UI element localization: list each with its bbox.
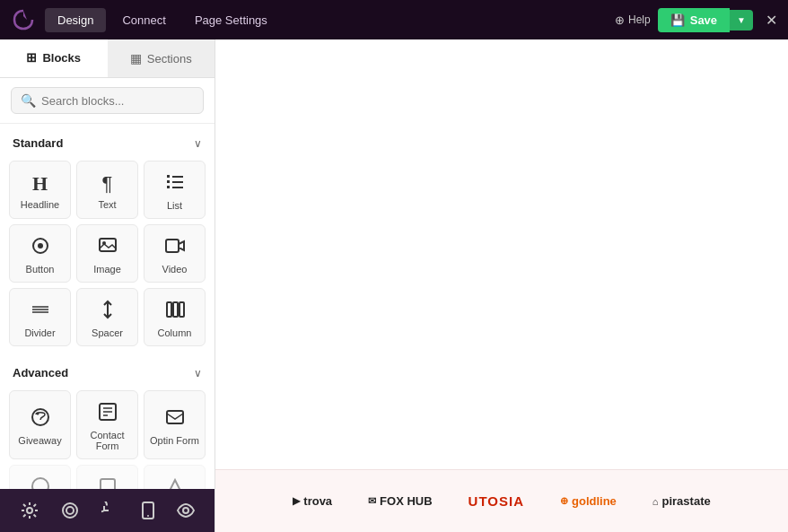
svg-rect-5	[167, 186, 170, 188]
svg-point-19	[36, 413, 39, 415]
blocks-scroll-area: Standard ∨ H Headline ¶ Text	[0, 124, 215, 489]
block-item-video[interactable]: Video	[144, 224, 206, 283]
nav-tab-page-settings[interactable]: Page Settings	[182, 8, 280, 32]
svg-point-18	[32, 409, 48, 425]
help-button[interactable]: ⊕ Help	[615, 13, 651, 27]
divider-label: Divider	[24, 327, 55, 338]
brand-goldline: ⊕ goldline	[560, 494, 617, 508]
foxhub-icon: ✉	[368, 495, 376, 507]
block-item-column[interactable]: Column	[144, 288, 206, 346]
save-button-group: 💾 Save ▼	[658, 8, 753, 32]
save-button[interactable]: 💾 Save	[658, 8, 730, 32]
settings-tool[interactable]	[13, 496, 46, 525]
image-icon	[98, 236, 118, 258]
search-input[interactable]	[41, 94, 194, 108]
list-label: List	[167, 200, 182, 211]
block-item-contact-form[interactable]: Contact Form	[76, 390, 138, 459]
standard-chevron-icon: ∨	[194, 137, 202, 150]
layers-tool[interactable]	[54, 496, 86, 525]
block-item-optin-form[interactable]: Optin Form	[144, 390, 206, 459]
nav-tab-connect[interactable]: Connect	[109, 8, 178, 32]
foxhub-text: FOX HUB	[380, 494, 433, 508]
svg-rect-17	[179, 302, 184, 317]
block-item-button[interactable]: Button	[9, 224, 71, 283]
sidebar: ⊞ Blocks ▦ Sections 🔍 Standard ∨	[0, 39, 215, 532]
contact-form-icon	[98, 402, 118, 424]
block-item-extra-3[interactable]	[144, 465, 206, 489]
svg-rect-24	[167, 411, 183, 423]
help-icon: ⊕	[615, 13, 625, 27]
contact-form-label: Contact Form	[83, 430, 132, 451]
svg-point-28	[63, 503, 77, 518]
advanced-block-grid: Giveaway Contact Form Optin Form	[0, 387, 215, 489]
extra3-icon	[165, 476, 185, 489]
tab-sections[interactable]: ▦ Sections	[108, 39, 215, 77]
brand-utosia: UTOSIA	[468, 493, 524, 509]
text-label: Text	[98, 199, 116, 210]
svg-point-27	[27, 508, 32, 513]
image-label: Image	[93, 264, 121, 275]
help-label: Help	[628, 13, 651, 26]
button-label: Button	[26, 264, 55, 275]
column-label: Column	[158, 327, 192, 338]
svg-point-31	[147, 515, 149, 517]
advanced-section-title: Advanced	[13, 366, 68, 379]
trova-text: trova	[303, 494, 332, 508]
history-tool[interactable]	[94, 496, 127, 525]
optin-form-label: Optin Form	[150, 435, 199, 446]
block-item-image[interactable]: Image	[76, 224, 138, 283]
svg-point-32	[183, 508, 188, 513]
blocks-tab-label: Blocks	[42, 51, 81, 65]
brand-logos-strip: ▶ trova ✉ FOX HUB UTOSIA ⊕ goldline ⌂ pi…	[215, 469, 788, 532]
standard-block-grid: H Headline ¶ Text List	[0, 157, 215, 353]
sections-tab-icon: ▦	[130, 51, 142, 65]
svg-rect-16	[173, 302, 178, 317]
nav-tab-design[interactable]: Design	[45, 8, 106, 32]
svg-point-7	[38, 243, 43, 249]
pirastate-text: pirastate	[662, 494, 711, 508]
close-button[interactable]: ✕	[766, 12, 777, 29]
svg-rect-26	[101, 479, 115, 489]
utosia-text: UTOSIA	[468, 493, 524, 509]
preview-tool[interactable]	[170, 498, 202, 523]
search-icon: 🔍	[21, 93, 36, 108]
brand-foxhub: ✉ FOX HUB	[368, 494, 433, 508]
headline-label: Headline	[21, 199, 59, 210]
giveaway-icon	[31, 407, 50, 430]
svg-rect-3	[167, 175, 170, 178]
mobile-tool[interactable]	[135, 496, 162, 525]
goldline-text: goldline	[572, 494, 617, 508]
block-item-list[interactable]: List	[144, 161, 206, 219]
extra2-icon	[98, 476, 118, 489]
app-logo	[11, 7, 36, 32]
top-navigation: Design Connect Page Settings ⊕ Help 💾 Sa…	[0, 0, 788, 39]
advanced-section-header[interactable]: Advanced ∨	[0, 353, 215, 387]
button-icon	[31, 236, 50, 258]
column-icon	[165, 300, 185, 322]
save-dropdown-button[interactable]: ▼	[730, 10, 753, 31]
svg-point-29	[66, 507, 74, 514]
block-item-divider[interactable]: Divider	[9, 288, 71, 346]
blocks-tab-icon: ⊞	[26, 50, 37, 65]
block-item-extra-1[interactable]	[9, 465, 71, 489]
main-area: ⊞ Blocks ▦ Sections 🔍 Standard ∨	[0, 39, 788, 532]
block-item-giveaway[interactable]: Giveaway	[9, 390, 71, 459]
sidebar-tabs: ⊞ Blocks ▦ Sections	[0, 39, 215, 78]
search-area: 🔍	[0, 78, 215, 124]
block-item-spacer[interactable]: Spacer	[76, 288, 138, 346]
canvas-area: ▶ trova ✉ FOX HUB UTOSIA ⊕ goldline ⌂ pi…	[215, 39, 788, 532]
divider-icon	[31, 300, 50, 322]
video-label: Video	[162, 264, 188, 275]
standard-section-header[interactable]: Standard ∨	[0, 124, 215, 157]
block-item-headline[interactable]: H Headline	[9, 161, 71, 219]
text-icon: ¶	[102, 174, 113, 194]
svg-rect-15	[167, 302, 171, 317]
video-icon	[165, 236, 185, 258]
sections-tab-label: Sections	[147, 52, 192, 65]
spacer-icon	[98, 300, 118, 322]
save-label: Save	[690, 13, 717, 27]
tab-blocks[interactable]: ⊞ Blocks	[0, 39, 108, 77]
block-item-extra-2[interactable]	[76, 465, 138, 489]
block-item-text[interactable]: ¶ Text	[76, 161, 138, 219]
brand-pirastate: ⌂ pirastate	[652, 494, 711, 508]
